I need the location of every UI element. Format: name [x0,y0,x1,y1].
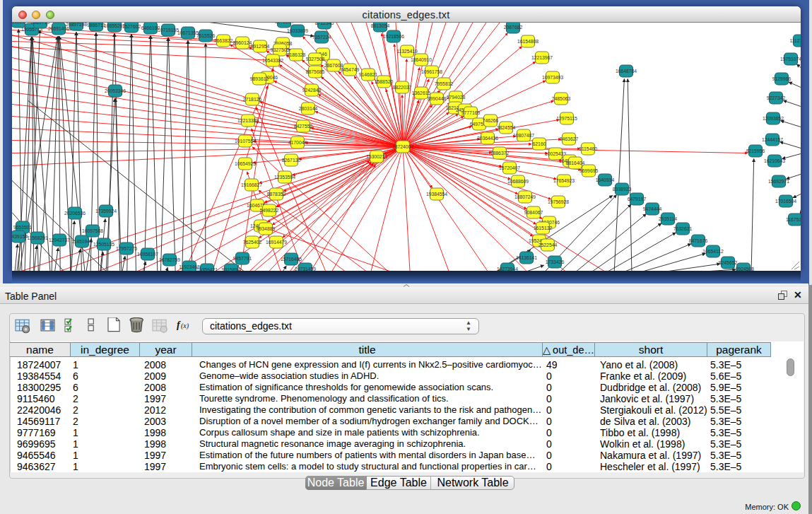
svg-text:8960124: 8960124 [233,40,252,45]
svg-text:9227342: 9227342 [767,95,786,100]
svg-text:7515526: 7515526 [196,33,216,38]
svg-text:15720407: 15720407 [499,165,520,170]
svg-text:8267130: 8267130 [282,158,301,163]
svg-text:17016504: 17016504 [775,199,796,204]
svg-text:8938923: 8938923 [613,187,632,192]
svg-text:10097588: 10097588 [82,228,103,233]
svg-text:18640910: 18640910 [411,57,432,62]
svg-text:17359924: 17359924 [95,209,117,214]
svg-text:9699695: 9699695 [579,168,599,173]
svg-text:9242848: 9242848 [302,88,322,93]
svg-text:7357224: 7357224 [312,35,331,40]
svg-text:12975115: 12975115 [556,116,577,121]
svg-text:8454749: 8454749 [341,67,360,72]
svg-text:17957275: 17957275 [116,246,137,251]
svg-text:7632621: 7632621 [673,226,693,231]
svg-text:8471676: 8471676 [689,238,708,243]
svg-text:1362615: 1362615 [412,90,431,95]
svg-text:8186328: 8186328 [287,52,306,57]
svg-text:11127434: 11127434 [789,38,801,43]
svg-text:10654112: 10654112 [702,249,724,254]
svg-text:746266: 746266 [483,118,499,123]
svg-text:15300213: 15300213 [366,154,387,159]
svg-text:9893612: 9893612 [250,76,269,81]
svg-text:1640934: 1640934 [596,177,615,182]
svg-text:7485063: 7485063 [552,96,571,101]
svg-text:10671355: 10671355 [177,30,199,35]
svg-text:62160: 62160 [533,141,546,146]
svg-text:20364436: 20364436 [477,136,498,141]
svg-text:11451944: 11451944 [71,239,93,244]
svg-text:10688609: 10688609 [507,179,529,184]
svg-text:9115460: 9115460 [579,146,597,151]
svg-text:12444157: 12444157 [762,137,783,142]
svg-text:2935114: 2935114 [659,216,677,221]
svg-text:19218506: 19218506 [383,34,404,39]
svg-text:12505135: 12505135 [93,242,114,247]
svg-text:2803144: 2803144 [299,106,318,111]
svg-text:12213967: 12213967 [531,55,553,60]
svg-text:9463627: 9463627 [560,136,579,141]
svg-text:8215956: 8215956 [746,148,765,153]
svg-text:5498222: 5498222 [260,208,279,213]
svg-text:6794028: 6794028 [447,95,466,100]
svg-text:8878352: 8878352 [267,192,286,197]
svg-text:9327505: 9327505 [271,47,290,52]
svg-text:9084067: 9084067 [524,210,543,215]
svg-text:8813054: 8813054 [371,23,390,28]
svg-text:12942737: 12942737 [49,238,70,243]
svg-text:9129966: 9129966 [772,76,792,81]
svg-text:15751074: 15751074 [780,57,801,62]
svg-text:9934889: 9934889 [257,226,276,231]
svg-text:18807249: 18807249 [514,194,536,199]
svg-text:2522544: 2522544 [539,243,558,247]
svg-text:2718126: 2718126 [243,97,262,102]
svg-text:9327508: 9327508 [306,57,325,62]
svg-text:10107554: 10107554 [235,139,256,144]
svg-text:7886372: 7886372 [490,151,510,156]
svg-text:10961758: 10961758 [421,69,442,74]
svg-text:12093852: 12093852 [763,116,784,121]
svg-text:1733426: 1733426 [546,259,565,264]
svg-text:15716485: 15716485 [281,257,302,262]
svg-text:9653501: 9653501 [13,225,33,230]
svg-text:9886711: 9886711 [87,23,105,28]
svg-text:11325419: 11325419 [396,49,418,54]
svg-text:8990448: 8990448 [428,96,447,101]
svg-text:9777169: 9777169 [461,110,481,115]
svg-text:16033809: 16033809 [287,28,308,33]
svg-text:10543382: 10543382 [262,58,283,63]
svg-text:8875685: 8875685 [306,69,325,74]
svg-text:15692971: 15692971 [768,179,789,184]
svg-text:7663822: 7663822 [214,38,233,43]
svg-text:16914479: 16914479 [266,240,287,245]
svg-text:19166827: 19166827 [241,182,262,187]
svg-text:8822037: 8822037 [393,85,412,90]
svg-text:8816404: 8816404 [566,160,585,165]
svg-text:1615132: 1615132 [534,226,553,230]
svg-text:9474444: 9474444 [643,206,662,211]
svg-text:18724007: 18724007 [392,144,413,149]
svg-text:10958107: 10958107 [137,252,158,257]
svg-text:12353594: 12353594 [274,175,295,180]
svg-text:14136141: 14136141 [516,255,537,260]
svg-text:9439154: 9439154 [12,234,28,239]
svg-text:16782759: 16782759 [159,257,180,262]
svg-text:20897198: 20897198 [66,23,87,27]
svg-text:9245652: 9245652 [719,260,738,265]
svg-text:1167533: 1167533 [786,217,801,222]
svg-text:10654925: 10654925 [235,161,256,166]
svg-text:11568291: 11568291 [27,235,48,240]
svg-text:8712345: 8712345 [315,23,334,25]
svg-text:4170044: 4170044 [288,140,307,145]
svg-text:20206536: 20206536 [64,211,86,216]
svg-text:7955812: 7955812 [435,81,454,86]
svg-text:10025433: 10025433 [545,151,566,156]
svg-text:(x): (x) [181,322,189,330]
svg-text:6479197: 6479197 [628,197,647,201]
svg-text:8427552: 8427552 [294,124,313,129]
svg-text:16210643: 16210643 [764,158,785,163]
svg-text:3824554: 3824554 [497,125,516,130]
svg-text:10807487: 10807487 [513,133,534,138]
svg-text:16648784: 16648784 [616,69,637,74]
